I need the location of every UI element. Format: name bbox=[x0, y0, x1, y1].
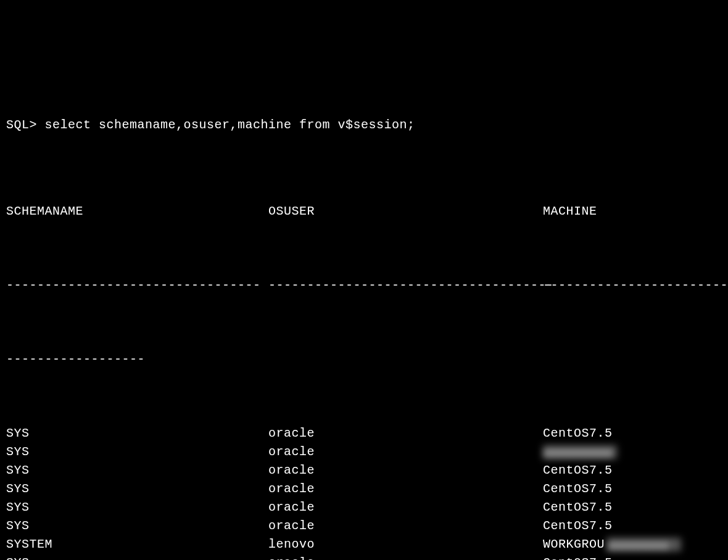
table-row: SYSoracleCentOS7.5 bbox=[6, 517, 728, 535]
cell-osuser: oracle bbox=[268, 498, 543, 517]
header-separator-continuation: ------------------ bbox=[6, 350, 728, 369]
header-machine: MACHINE bbox=[543, 202, 597, 221]
cell-schemaname: SYS bbox=[6, 480, 268, 498]
cell-schemaname: SYS bbox=[6, 443, 268, 461]
cell-osuser: oracle bbox=[268, 461, 543, 480]
cell-osuser: oracle bbox=[268, 480, 543, 498]
table-row: SYSoracleCentOS7.5 bbox=[6, 461, 728, 480]
table-row: SYSoracleCentOS7.5 bbox=[6, 554, 728, 560]
table-row: SYSoracleXXXXXXXXX bbox=[6, 443, 728, 461]
sql-prompt: SQL> bbox=[6, 118, 45, 132]
cell-machine: CentOS7.5 bbox=[543, 461, 613, 480]
cell-schemaname: SYS bbox=[6, 461, 268, 480]
header-schemaname: SCHEMANAME bbox=[6, 202, 268, 221]
cell-schemaname: SYS bbox=[6, 424, 268, 443]
cell-machine: WORKGROUXXXXXXXX bbox=[543, 535, 681, 554]
sql-command: select schemaname,osuser,machine from v$… bbox=[45, 118, 415, 132]
table-row: SYSoracleCentOS7.5 bbox=[6, 498, 728, 517]
header-osuser: OSUSER bbox=[268, 202, 543, 221]
cell-machine-text: WORKGROU bbox=[543, 537, 605, 551]
header-separator: ----------------------------------------… bbox=[6, 276, 728, 295]
terminal-output[interactable]: SQL> select schemaname,osuser,machine fr… bbox=[6, 79, 728, 560]
cell-osuser: oracle bbox=[268, 554, 543, 560]
dash-col2: ------------------------------------- bbox=[268, 276, 543, 295]
cell-osuser: lenovo bbox=[268, 535, 543, 554]
cell-machine: CentOS7.5 bbox=[543, 517, 613, 535]
cell-machine: CentOS7.5 bbox=[543, 424, 613, 443]
dash-col1: --------------------------------- bbox=[6, 276, 268, 295]
cell-machine: XXXXXXXXX bbox=[543, 443, 617, 461]
table-body: SYSoracleCentOS7.5SYSoracleXXXXXXXXXSYSo… bbox=[6, 424, 728, 560]
table-header-row: SCHEMANAMEOSUSERMACHINE bbox=[6, 202, 728, 221]
cell-machine: CentOS7.5 bbox=[543, 498, 613, 517]
cell-schemaname: SYS bbox=[6, 517, 268, 535]
cell-machine: CentOS7.5 bbox=[543, 554, 613, 560]
cell-osuser: oracle bbox=[268, 424, 543, 443]
redacted-content: XXXXXXXX bbox=[607, 538, 681, 551]
table-row: SYSTEMlenovoWORKGROUXXXXXXXX bbox=[6, 535, 728, 554]
cell-schemaname: SYSTEM bbox=[6, 535, 268, 554]
redacted-content: XXXXXXXXX bbox=[543, 445, 617, 459]
sql-prompt-line: SQL> select schemaname,osuser,machine fr… bbox=[6, 116, 728, 134]
cell-machine: CentOS7.5 bbox=[543, 480, 613, 498]
cell-schemaname: SYS bbox=[6, 498, 268, 517]
table-row: SYSoracleCentOS7.5 bbox=[6, 480, 728, 498]
table-row: SYSoracleCentOS7.5 bbox=[6, 424, 728, 443]
cell-osuser: oracle bbox=[268, 517, 543, 535]
cell-schemaname: SYS bbox=[6, 554, 268, 560]
cell-osuser: oracle bbox=[268, 443, 543, 461]
dash-continue: ------------------ bbox=[6, 352, 145, 366]
dash-col3: -------------------------- bbox=[543, 276, 728, 295]
